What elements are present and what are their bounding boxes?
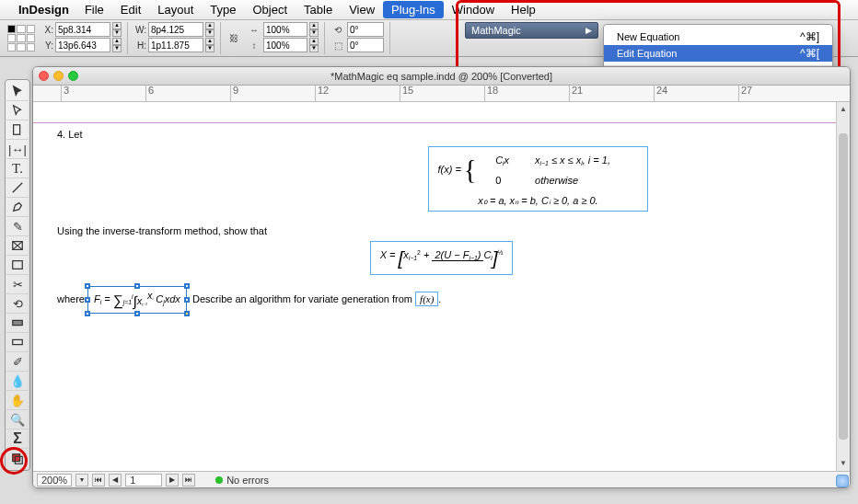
svg-rect-4 [13,339,23,344]
mathmagic-label: MathMagic [471,25,521,36]
scale-y-field[interactable]: 100% [263,38,307,52]
toolbox: |↔| T. ✎ ✂ ⟲ ✐ 💧 ✋ 🔍 Σ [5,79,30,471]
fill-stroke-swap[interactable] [6,449,29,468]
reference-point-grid[interactable] [7,25,35,52]
equation-frame-4[interactable]: f(x) [415,292,438,306]
direct-selection-tool[interactable] [6,101,29,120]
zoom-icon[interactable] [68,71,78,81]
scroll-up-icon[interactable]: ▲ [837,102,850,117]
menu-layout[interactable]: Layout [149,1,202,18]
first-page-icon[interactable]: ⏮ [92,474,105,487]
text-line: Using the inverse-transform method, show… [57,224,826,237]
horizontal-ruler[interactable]: 3 6 9 12 15 18 21 24 27 [33,86,850,102]
window-title: *MathMagic eq sample.indd @ 200% [Conver… [330,71,552,82]
zoom-stepper-icon[interactable]: ▾ [75,474,88,487]
free-transform-tool[interactable]: ⟲ [6,294,29,314]
equation-frame-1[interactable]: f(x) = { Cix xi−1 ≤ x ≤ xi, i = 1, 0 oth… [428,146,649,212]
eyedropper-tool[interactable]: 💧 [6,372,29,391]
app-name[interactable]: InDesign [18,3,69,17]
scale-x-icon: ↔ [247,22,261,37]
equation-frame-2[interactable]: X = [xi−12 + 2(U − Fi−1)Ci]½ [370,241,514,275]
rotate-icon: ⟲ [330,22,345,37]
submenu-arrow-icon: ▶ [586,26,592,35]
pen-tool[interactable] [6,198,29,217]
gap-tool[interactable]: |↔| [6,140,29,159]
page-field[interactable]: 1 [125,474,162,487]
menu-plugins[interactable]: Plug-Ins [383,1,444,18]
svg-rect-2 [13,261,23,269]
guide-line[interactable] [33,122,850,123]
resize-corner-icon[interactable] [836,475,849,487]
menu-file[interactable]: File [76,1,112,18]
type-tool[interactable]: T. [6,159,29,178]
selection-tool[interactable] [6,82,29,101]
mathmagic-submenu-header[interactable]: MathMagic ▶ [465,22,598,39]
zoom-field[interactable]: 200% [37,474,72,487]
scale-x-field[interactable]: 100% [263,22,307,37]
rectangle-frame-tool[interactable] [6,236,29,256]
shear-icon: ⬚ [330,38,345,52]
pencil-tool[interactable]: ✎ [6,217,29,236]
menu-view[interactable]: View [341,1,383,18]
svg-rect-3 [13,320,23,325]
preflight-ok-icon [215,476,223,484]
scroll-thumb[interactable] [839,133,848,440]
rectangle-tool[interactable] [6,256,29,275]
svg-rect-0 [14,125,20,135]
y-field[interactable]: 13p6.643 [55,38,110,52]
rotate-field[interactable]: 0° [347,22,384,37]
scissors-tool[interactable]: ✂ [6,275,29,294]
menu-edit[interactable]: Edit [112,1,149,18]
vertical-scrollbar[interactable]: ▲ ▼ [836,102,850,471]
status-bar: 200% ▾ ⏮ ◀ 1 ▶ ⏭ No errors [33,471,850,487]
gradient-feather-tool[interactable] [6,333,29,352]
window-titlebar[interactable]: *MathMagic eq sample.indd @ 200% [Conver… [33,67,850,86]
svg-rect-5 [13,453,20,461]
mathmagic-tool[interactable]: Σ [6,430,29,449]
document-window: *MathMagic eq sample.indd @ 200% [Conver… [32,66,851,488]
next-page-icon[interactable]: ▶ [166,474,179,487]
traffic-lights[interactable] [39,71,78,81]
menu-edit-equation[interactable]: Edit Equation^⌘[ [604,45,832,62]
shear-field[interactable]: 0° [347,38,384,52]
h-field[interactable]: 1p11.875 [148,38,203,52]
document-body[interactable]: 4. Let f(x) = { Cix xi−1 ≤ x ≤ xi, i = 1… [33,102,850,471]
menu-window[interactable]: Window [444,1,503,18]
w-field[interactable]: 8p4.125 [148,22,203,37]
x-field[interactable]: 5p8.314 [55,22,110,37]
zoom-tool[interactable]: 🔍 [6,410,29,430]
menu-object[interactable]: Object [245,1,296,18]
prev-page-icon[interactable]: ◀ [109,474,122,487]
close-icon[interactable] [39,71,49,81]
preflight-status[interactable]: No errors [215,475,269,486]
constrain-icon[interactable]: ⛓ [226,31,241,46]
mac-menubar: InDesign File Edit Layout Type Object Ta… [0,0,858,20]
scale-y-icon: ↕ [247,38,261,52]
menu-type[interactable]: Type [202,1,244,18]
scroll-down-icon[interactable]: ▼ [837,456,850,471]
minimize-icon[interactable] [53,71,64,81]
menu-table[interactable]: Table [296,1,341,18]
text-line: 4. Let [57,128,826,141]
last-page-icon[interactable]: ⏭ [182,474,195,487]
line-tool[interactable] [6,178,29,198]
menu-new-equation[interactable]: New Equation^⌘] [604,29,832,45]
note-tool[interactable]: ✐ [6,352,29,372]
menu-help[interactable]: Help [503,1,544,18]
page-tool[interactable] [6,120,29,140]
hand-tool[interactable]: ✋ [6,391,29,410]
gradient-swatch-tool[interactable] [6,314,29,333]
text-line: where Fi = ∑j=1i∫xj−1xi Cjxdx . Describe… [57,286,826,314]
equation-frame-3-selected[interactable]: Fi = ∑j=1i∫xj−1xi Cjxdx [87,286,187,314]
